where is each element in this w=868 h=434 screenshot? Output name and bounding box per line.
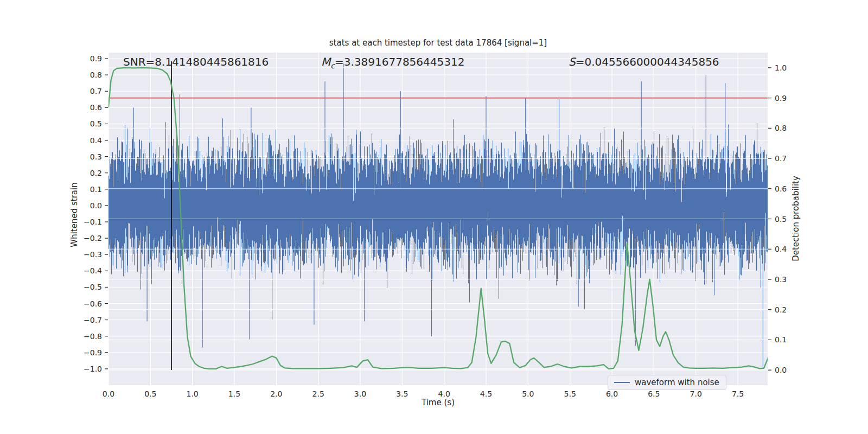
y-tick-label-right: 0.7 — [775, 153, 787, 164]
y-tick-label-right: 0.8 — [775, 123, 787, 133]
y-axis-label-right: Detection probability — [791, 176, 801, 261]
annotation-s-symbol: S — [569, 55, 576, 68]
x-tick-label: 4.5 — [470, 388, 502, 399]
y-tick-label-left: 0.7 — [69, 86, 102, 97]
y-tick-label-right: 0.4 — [775, 244, 787, 254]
y-tick-label-left: −0.2 — [69, 233, 102, 244]
annotation-mc-subscript: c — [330, 61, 335, 70]
y-tick-label-right: 0.1 — [775, 334, 787, 345]
y-tick-label-left: −0.4 — [69, 265, 102, 276]
y-tick-label-left: −0.5 — [69, 282, 102, 292]
x-tick-label: 1.5 — [218, 388, 251, 399]
x-tick-label: 5.5 — [554, 388, 586, 399]
y-tick-label-right: 0.0 — [775, 365, 787, 375]
y-tick-label-left: −0.7 — [69, 315, 102, 326]
annotation-skewness: S=0.045566000044345856 — [569, 55, 719, 68]
x-tick-label: 6.0 — [596, 388, 628, 399]
x-tick-label: 1.0 — [176, 388, 209, 399]
y-tick-label-right: 0.2 — [775, 304, 787, 315]
y-tick-label-left: 0.5 — [69, 118, 102, 129]
legend-line-sample — [614, 382, 630, 383]
y-tick-label-right: 0.9 — [775, 93, 787, 104]
y-tick-label-left: 0.1 — [69, 184, 102, 195]
y-tick-label-left: 0.9 — [69, 53, 102, 64]
legend: waveform with noise — [608, 375, 726, 390]
x-tick-label: 3.5 — [386, 388, 418, 399]
figure-canvas: stats at each timestep for test data 178… — [0, 0, 868, 434]
x-tick-label: 0.5 — [134, 388, 167, 399]
y-tick-label-left: −0.8 — [69, 331, 102, 342]
annotation-s-value: =0.045566000044345856 — [576, 55, 719, 68]
y-tick-label-right: 1.0 — [775, 62, 787, 73]
y-tick-label-left: 0.6 — [69, 102, 102, 113]
y-tick-label-left: 0.2 — [69, 168, 102, 178]
annotation-chirp-mass: Mc=3.3891677856445312 — [321, 55, 464, 70]
x-tick-label: 4.0 — [428, 388, 461, 399]
x-tick-label: 2.5 — [302, 388, 335, 399]
y-tick-label-left: 0.3 — [69, 151, 102, 162]
y-tick-label-left: 0.0 — [69, 200, 102, 211]
x-tick-label: 0.0 — [92, 388, 125, 399]
x-tick-label: 3.0 — [344, 388, 376, 399]
y-tick-label-left: 0.4 — [69, 135, 102, 146]
annotation-mc-value: =3.3891677856445312 — [335, 55, 464, 68]
chart-title: stats at each timestep for test data 178… — [108, 38, 768, 48]
y-tick-label-left: −0.6 — [69, 298, 102, 309]
x-tick-label: 6.5 — [637, 388, 670, 399]
x-tick-label: 7.0 — [680, 388, 712, 399]
y-tick-label-left: −0.1 — [69, 216, 102, 227]
x-tick-label: 7.5 — [722, 388, 754, 399]
y-tick-label-left: 0.8 — [69, 69, 102, 80]
y-tick-label-right: 0.3 — [775, 274, 787, 285]
y-tick-label-right: 0.6 — [775, 183, 787, 194]
x-tick-label: 5.0 — [512, 388, 544, 399]
annotation-mc-symbol: M — [321, 55, 330, 68]
x-tick-label: 2.0 — [260, 388, 292, 399]
y-tick-label-left: −0.9 — [69, 347, 102, 358]
legend-label: waveform with noise — [635, 378, 719, 387]
y-tick-label-left: −0.3 — [69, 249, 102, 260]
y-tick-label-right: 0.5 — [775, 214, 787, 225]
annotation-snr: SNR=8.141480445861816 — [123, 55, 269, 68]
y-tick-label-left: −1.0 — [69, 363, 102, 374]
